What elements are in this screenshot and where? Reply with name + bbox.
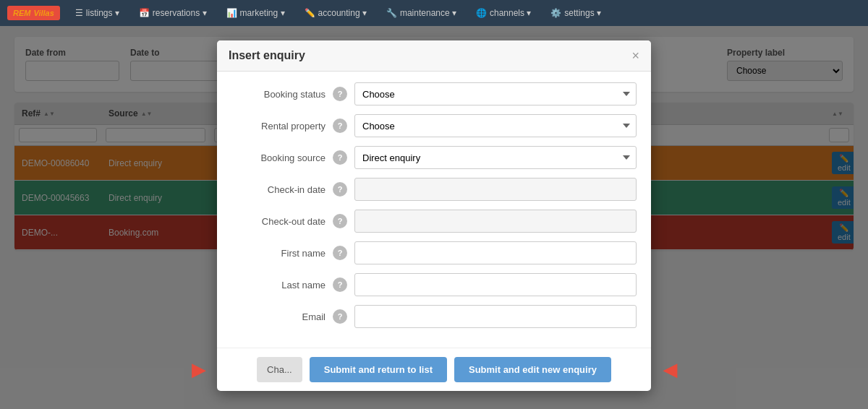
modal-close-button[interactable]: × bbox=[631, 49, 639, 62]
rental-property-select[interactable]: Choose bbox=[354, 114, 637, 137]
modal-title: Insert enquiry bbox=[229, 49, 305, 62]
nav-marketing[interactable]: 📊 marketing ▾ bbox=[222, 8, 289, 18]
logo-sub: Villas bbox=[33, 9, 54, 17]
checkout-date-label: Check-out date bbox=[231, 216, 326, 227]
booking-status-help-icon[interactable]: ? bbox=[333, 87, 347, 101]
rental-property-help-icon[interactable]: ? bbox=[333, 119, 347, 133]
rental-property-row: Rental property ? Choose bbox=[231, 114, 637, 137]
right-arrow-annotation: ◀ bbox=[663, 360, 676, 380]
checkout-date-help-icon[interactable]: ? bbox=[333, 214, 347, 228]
list-icon: ☰ bbox=[75, 8, 83, 18]
booking-source-help-icon[interactable]: ? bbox=[333, 150, 347, 165]
modal-footer: ▶ Cha... Submit and return to list Submi… bbox=[217, 348, 651, 391]
last-name-input[interactable] bbox=[354, 273, 637, 296]
insert-enquiry-modal: Insert enquiry × Booking status ? Choose… bbox=[217, 40, 651, 391]
checkin-date-input[interactable] bbox=[354, 178, 637, 201]
submit-return-list-button[interactable]: Submit and return to list bbox=[310, 357, 447, 382]
booking-source-select[interactable]: Direct enquiry bbox=[354, 146, 637, 169]
email-row: Email ? bbox=[231, 305, 637, 328]
last-name-row: Last name ? bbox=[231, 273, 637, 296]
first-name-help-icon[interactable]: ? bbox=[333, 246, 347, 260]
wrench-icon: 🔧 bbox=[386, 8, 397, 18]
booking-status-select[interactable]: Choose bbox=[354, 82, 637, 106]
checkout-date-input[interactable] bbox=[354, 210, 637, 233]
channels-icon: 🌐 bbox=[476, 8, 487, 18]
nav-settings[interactable]: ⚙️ settings ▾ bbox=[546, 8, 605, 18]
booking-source-label: Booking source bbox=[231, 152, 326, 163]
last-name-label: Last name bbox=[231, 280, 326, 290]
rental-property-label: Rental property bbox=[231, 121, 326, 132]
modal-body: Booking status ? Choose Rental property … bbox=[217, 72, 651, 348]
right-arrow-icon: ◀ bbox=[663, 360, 676, 380]
nav-channels[interactable]: 🌐 channels ▾ bbox=[472, 8, 535, 18]
main-content: Date from Date to Show enquiries Insert … bbox=[0, 26, 868, 409]
first-name-row: First name ? bbox=[231, 241, 637, 264]
email-help-icon[interactable]: ? bbox=[333, 309, 347, 324]
checkout-date-row: Check-out date ? bbox=[231, 210, 637, 233]
modal-overlay: Insert enquiry × Booking status ? Choose… bbox=[0, 26, 868, 409]
left-arrow-annotation: ▶ bbox=[192, 360, 205, 380]
nav-reservations[interactable]: 📅 reservations ▾ bbox=[135, 8, 211, 18]
checkin-date-help-icon[interactable]: ? bbox=[333, 182, 347, 197]
calendar-icon: 📅 bbox=[139, 8, 150, 18]
first-name-label: First name bbox=[231, 248, 326, 259]
nav-listings[interactable]: ☰ listings ▾ bbox=[71, 8, 124, 18]
left-arrow-icon: ▶ bbox=[192, 360, 205, 380]
last-name-help-icon[interactable]: ? bbox=[333, 277, 347, 292]
nav-accounting[interactable]: ✏️ accounting ▾ bbox=[300, 8, 371, 18]
booking-status-row: Booking status ? Choose bbox=[231, 82, 637, 106]
checkin-date-row: Check-in date ? bbox=[231, 178, 637, 201]
nav-maintenance[interactable]: 🔧 maintenance ▾ bbox=[382, 8, 461, 18]
booking-status-label: Booking status bbox=[231, 89, 326, 100]
settings-icon: ⚙️ bbox=[550, 8, 561, 18]
email-label: Email bbox=[231, 311, 326, 322]
chart-icon: 📊 bbox=[226, 8, 237, 18]
accounting-icon: ✏️ bbox=[305, 8, 315, 18]
cancel-button[interactable]: Cha... bbox=[257, 357, 302, 382]
modal-header: Insert enquiry × bbox=[217, 40, 651, 72]
logo-text: REM bbox=[13, 9, 30, 17]
first-name-input[interactable] bbox=[354, 241, 637, 264]
booking-source-row: Booking source ? Direct enquiry bbox=[231, 146, 637, 169]
top-navigation: REM Villas ☰ listings ▾ 📅 reservations ▾… bbox=[0, 0, 868, 26]
email-input[interactable] bbox=[354, 305, 637, 328]
logo: REM Villas bbox=[7, 6, 60, 20]
checkin-date-label: Check-in date bbox=[231, 184, 326, 195]
submit-edit-new-button[interactable]: Submit and edit new enquiry bbox=[454, 357, 611, 382]
